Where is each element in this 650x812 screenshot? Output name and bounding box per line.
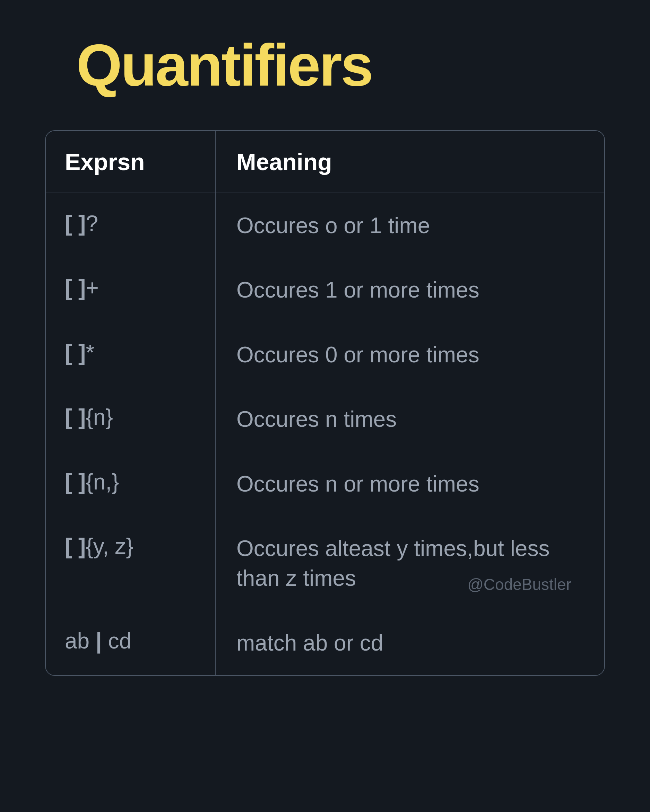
table-row: [ ]{n}Occures n times bbox=[46, 387, 604, 451]
meaning-cell: Occures o or 1 time bbox=[216, 193, 604, 258]
table-row: [ ]{y, z}Occures alteast y times,but les… bbox=[46, 516, 604, 611]
column-header-meaning: Meaning bbox=[216, 131, 604, 192]
table-row: [ ]*Occures 0 or more times bbox=[46, 322, 604, 387]
expression-cell: ab | cd bbox=[46, 611, 216, 675]
page-title: Quantifiers bbox=[0, 0, 650, 99]
expression-cell: [ ]{n} bbox=[46, 387, 216, 451]
table-row: [ ]{n,}Occures n or more times bbox=[46, 452, 604, 516]
meaning-cell: Occures 1 or more times bbox=[216, 258, 604, 322]
meaning-cell: Occures 0 or more times bbox=[216, 322, 604, 387]
expression-cell: [ ]{y, z} bbox=[46, 516, 216, 611]
column-header-expression: Exprsn bbox=[46, 131, 216, 192]
expression-cell: [ ]{n,} bbox=[46, 452, 216, 516]
expression-cell: [ ]? bbox=[46, 193, 216, 258]
expression-cell: [ ]+ bbox=[46, 258, 216, 322]
quantifiers-table: Exprsn Meaning [ ]?Occures o or 1 time[ … bbox=[45, 130, 605, 676]
table-header-row: Exprsn Meaning bbox=[46, 131, 604, 193]
watermark: @CodeBustler bbox=[467, 574, 571, 595]
table-row: [ ]?Occures o or 1 time bbox=[46, 193, 604, 258]
meaning-cell: match ab or cd bbox=[216, 611, 604, 675]
meaning-cell: Occures alteast y times,but less than z … bbox=[216, 516, 604, 611]
table-row: [ ]+Occures 1 or more times bbox=[46, 258, 604, 322]
meaning-cell: Occures n times bbox=[216, 387, 604, 451]
meaning-cell: Occures n or more times bbox=[216, 452, 604, 516]
table-row: ab | cdmatch ab or cd bbox=[46, 611, 604, 675]
expression-cell: [ ]* bbox=[46, 322, 216, 387]
